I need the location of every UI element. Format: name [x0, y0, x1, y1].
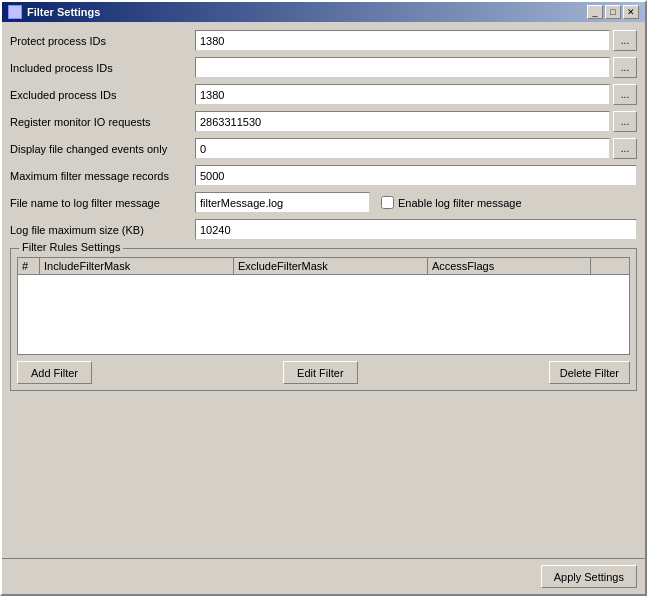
- minimize-button[interactable]: _: [587, 5, 603, 19]
- col-access: AccessFlags: [428, 258, 591, 274]
- display-changed-input-wrap: ...: [195, 138, 637, 159]
- filter-rules-legend: Filter Rules Settings: [19, 241, 123, 253]
- apply-settings-button[interactable]: Apply Settings: [541, 565, 637, 588]
- display-changed-input[interactable]: [195, 138, 610, 159]
- window: Filter Settings _ □ ✕ Protect process ID…: [0, 0, 647, 596]
- log-file-row: File name to log filter message Enable l…: [10, 192, 637, 213]
- add-filter-button[interactable]: Add Filter: [17, 361, 92, 384]
- col-extra: [591, 258, 629, 274]
- delete-filter-button[interactable]: Delete Filter: [549, 361, 630, 384]
- included-process-label: Included process IDs: [10, 62, 195, 74]
- protect-process-input[interactable]: [195, 30, 610, 51]
- excluded-process-input-wrap: ...: [195, 84, 637, 105]
- display-changed-label: Display file changed events only: [10, 143, 195, 155]
- register-monitor-row: Register monitor IO requests ...: [10, 111, 637, 132]
- bottom-bar: Apply Settings: [2, 558, 645, 594]
- log-file-input-wrap: Enable log filter message: [195, 192, 637, 213]
- col-include: IncludeFilterMask: [40, 258, 234, 274]
- protect-process-label: Protect process IDs: [10, 35, 195, 47]
- max-filter-label: Maximum filter message records: [10, 170, 195, 182]
- log-max-size-label: Log file maximum size (KB): [10, 224, 195, 236]
- maximize-button[interactable]: □: [605, 5, 621, 19]
- excluded-process-row: Excluded process IDs ...: [10, 84, 637, 105]
- enable-log-label: Enable log filter message: [398, 197, 522, 209]
- enable-log-wrap: Enable log filter message: [381, 196, 522, 209]
- window-controls: _ □ ✕: [587, 5, 639, 19]
- excluded-process-browse-btn[interactable]: ...: [613, 84, 637, 105]
- col-exclude: ExcludeFilterMask: [234, 258, 428, 274]
- included-process-browse-btn[interactable]: ...: [613, 57, 637, 78]
- log-max-size-row: Log file maximum size (KB): [10, 219, 637, 240]
- excluded-process-label: Excluded process IDs: [10, 89, 195, 101]
- max-filter-input-wrap: [195, 165, 637, 186]
- included-process-input-wrap: ...: [195, 57, 637, 78]
- protect-process-input-wrap: ...: [195, 30, 637, 51]
- display-changed-browse-btn[interactable]: ...: [613, 138, 637, 159]
- window-icon: [8, 5, 22, 19]
- register-monitor-input-wrap: ...: [195, 111, 637, 132]
- log-max-size-input[interactable]: [195, 219, 637, 240]
- filter-rules-section: Filter Rules Settings # IncludeFilterMas…: [10, 248, 637, 391]
- log-max-size-input-wrap: [195, 219, 637, 240]
- enable-log-checkbox[interactable]: [381, 196, 394, 209]
- max-filter-input[interactable]: [195, 165, 637, 186]
- register-monitor-browse-btn[interactable]: ...: [613, 111, 637, 132]
- included-process-input[interactable]: [195, 57, 610, 78]
- col-hash: #: [18, 258, 40, 274]
- title-area: Filter Settings: [8, 5, 100, 19]
- excluded-process-input[interactable]: [195, 84, 610, 105]
- display-changed-row: Display file changed events only ...: [10, 138, 637, 159]
- window-title: Filter Settings: [27, 6, 100, 18]
- included-process-row: Included process IDs ...: [10, 57, 637, 78]
- filter-buttons: Add Filter Edit Filter Delete Filter: [17, 361, 630, 384]
- max-filter-row: Maximum filter message records: [10, 165, 637, 186]
- filter-data-area: [17, 275, 630, 355]
- titlebar: Filter Settings _ □ ✕: [2, 2, 645, 22]
- protect-process-row: Protect process IDs ...: [10, 30, 637, 51]
- register-monitor-label: Register monitor IO requests: [10, 116, 195, 128]
- main-content: Protect process IDs ... Included process…: [2, 22, 645, 558]
- log-file-input[interactable]: [195, 192, 370, 213]
- edit-filter-button[interactable]: Edit Filter: [283, 361, 358, 384]
- close-button[interactable]: ✕: [623, 5, 639, 19]
- filter-table-header: # IncludeFilterMask ExcludeFilterMask Ac…: [17, 257, 630, 275]
- log-file-label: File name to log filter message: [10, 197, 195, 209]
- register-monitor-input[interactable]: [195, 111, 610, 132]
- protect-process-browse-btn[interactable]: ...: [613, 30, 637, 51]
